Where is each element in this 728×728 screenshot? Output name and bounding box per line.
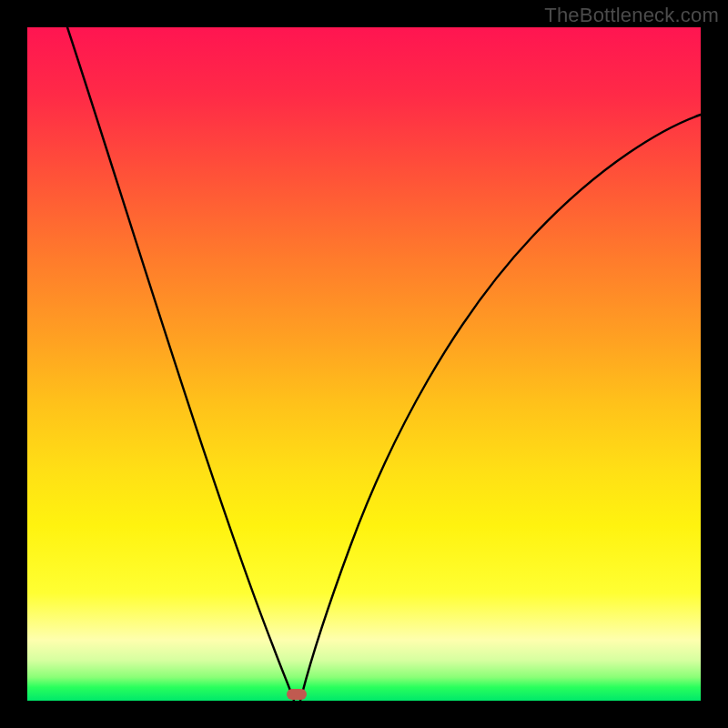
bottleneck-curve bbox=[27, 27, 701, 701]
curve-right-branch bbox=[300, 115, 701, 701]
chart-stage: TheBottleneck.com bbox=[0, 0, 728, 728]
curve-left-branch bbox=[67, 27, 294, 701]
watermark-text: TheBottleneck.com bbox=[544, 4, 719, 27]
optimal-marker bbox=[287, 689, 307, 700]
